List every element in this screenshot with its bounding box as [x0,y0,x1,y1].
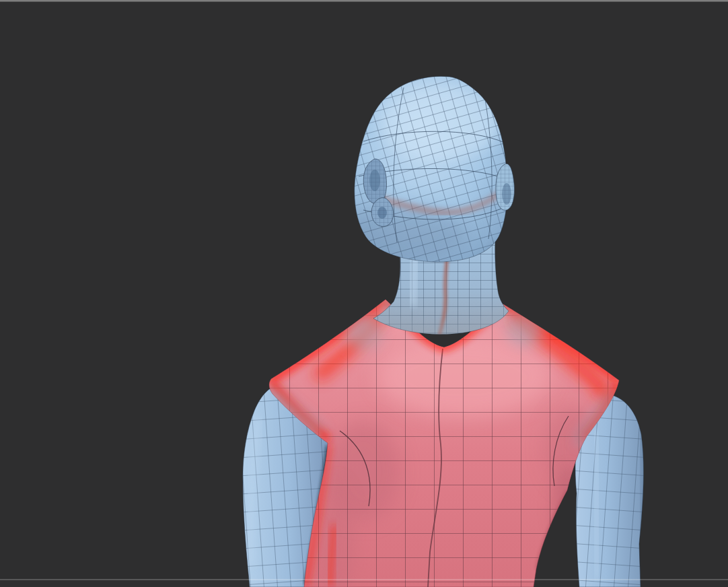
scene-3d[interactable] [0,0,728,587]
window-top-edge [0,0,728,2]
viewport-canvas[interactable] [0,0,728,587]
right-arm-highlight [595,431,597,579]
